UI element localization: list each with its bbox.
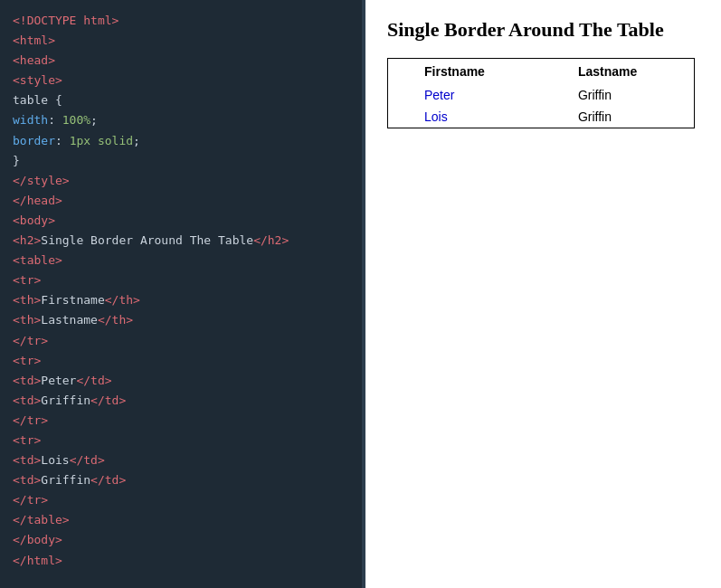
code-line: width: 100%;: [13, 110, 349, 130]
code-line: <!DOCTYPE html>: [13, 11, 349, 31]
code-editor: <!DOCTYPE html><html><head><style>table …: [0, 0, 362, 588]
preview-panel: Single Border Around The Table Firstname…: [365, 0, 721, 588]
code-line: <tr>: [13, 431, 349, 450]
code-line: <td>Peter</td>: [13, 371, 349, 391]
code-line: </head>: [13, 191, 349, 211]
code-line: }: [13, 151, 349, 171]
code-line: </tr>: [13, 331, 349, 351]
code-line: <html>: [13, 31, 349, 51]
code-line: <table>: [13, 251, 349, 270]
code-line: table {: [13, 90, 349, 110]
table-row: Lois Griffin: [388, 106, 695, 128]
code-line: <head>: [13, 51, 349, 71]
table-header-row: Firstname Lastname: [388, 59, 695, 85]
code-line: <tr>: [13, 351, 349, 371]
preview-table: Firstname Lastname Peter Griffin Lois Gr…: [387, 58, 695, 128]
code-line: <tr>: [13, 270, 349, 290]
code-line: </tr>: [13, 490, 349, 510]
code-line: <style>: [13, 71, 349, 90]
preview-heading: Single Border Around The Table: [387, 18, 699, 42]
code-line: <td>Griffin</td>: [13, 391, 349, 411]
code-line: </style>: [13, 171, 349, 191]
code-line: </body>: [13, 530, 349, 550]
code-line: border: 1px solid;: [13, 131, 349, 151]
table-row: Peter Griffin: [388, 84, 695, 106]
cell-lois-last: Griffin: [542, 106, 695, 128]
code-line: <td>Lois</td>: [13, 450, 349, 470]
cell-lois-first: Lois: [388, 106, 542, 128]
col-firstname: Firstname: [388, 59, 542, 85]
code-line: </table>: [13, 510, 349, 530]
cell-peter-last: Griffin: [542, 84, 695, 106]
cell-peter-first: Peter: [388, 84, 542, 106]
code-line: <th>Lastname</th>: [13, 310, 349, 330]
code-line: <th>Firstname</th>: [13, 290, 349, 310]
code-line: <body>: [13, 211, 349, 231]
code-line: </tr>: [13, 411, 349, 431]
col-lastname: Lastname: [542, 59, 695, 85]
code-line: <h2>Single Border Around The Table</h2>: [13, 231, 349, 251]
code-line: <td>Griffin</td>: [13, 470, 349, 490]
code-line: </html>: [13, 551, 349, 571]
